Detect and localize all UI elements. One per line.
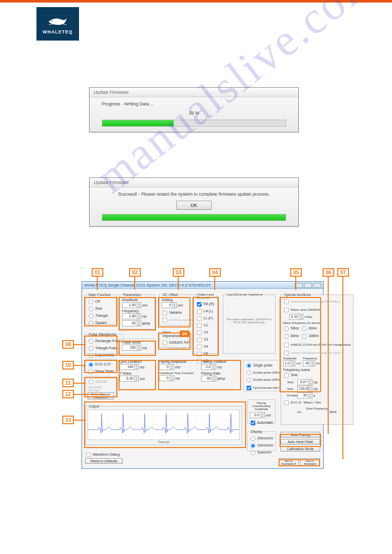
- lead-v5[interactable]: V5: [196, 351, 215, 357]
- lead-v4[interactable]: V4: [196, 344, 215, 350]
- progress-bar: [102, 120, 286, 127]
- callout-06: 06: [323, 268, 334, 277]
- ole-legend: Output Lead Electrode: [196, 293, 215, 299]
- pa-label: Pacing Amplitude: [159, 360, 198, 363]
- mf-50[interactable]: 50Hz: [283, 325, 299, 332]
- disp-5[interactable]: 5mm/mV: [250, 450, 273, 456]
- secg2-btn[interactable]: SECG Assistant II: [279, 458, 299, 466]
- ecg227-group: ECG 2-27 Show Timer: [85, 359, 116, 371]
- opt-off[interactable]: Off: [88, 299, 114, 305]
- callout-05: 05: [290, 268, 302, 277]
- output-chart-group: Output Time (s): [85, 404, 242, 445]
- pa-input[interactable]: 0▲▼mV: [159, 364, 181, 370]
- qrs-label: QRS Duration: [120, 360, 155, 363]
- qrs-input[interactable]: 100▲▼ms: [120, 364, 144, 370]
- opt-exp-pulse[interactable]: Exponential: [88, 352, 121, 359]
- secg-btn[interactable]: SECG Assistant: [300, 458, 320, 466]
- opt-sine[interactable]: Sine: [88, 306, 114, 312]
- fw-progress-title: Update Firmware: [90, 88, 298, 97]
- display-legend: Display: [250, 430, 263, 433]
- disp-10[interactable]: 10mm/mV: [250, 442, 273, 449]
- twave-input[interactable]: 0.20▲▼mV: [120, 376, 145, 382]
- sf-mains-input[interactable]: 0.10▲▼mVpp: [289, 314, 312, 320]
- disp-20[interactable]: 20mm/mV: [250, 435, 273, 442]
- sf-mains[interactable]: Mains noise (50/60Hz): [283, 307, 351, 313]
- scan-start-label: Start: [287, 381, 297, 384]
- po-input[interactable]: 0.0▲▼mV: [250, 412, 271, 418]
- sf-mf-label: Mains Frequency for above: [283, 321, 351, 324]
- svg-point-0: [51, 21, 52, 22]
- auto-hr-btn[interactable]: Auto Heart Rate: [281, 439, 320, 445]
- otc-input[interactable]: 0▲▼ms: [159, 375, 180, 381]
- reset-btn[interactable]: Reset to Defaults: [85, 458, 123, 464]
- fw-success-title: Update Firmware: [90, 178, 298, 188]
- opt-special[interactable]: Special: [88, 379, 114, 385]
- scan-stop-input[interactable]: 150.00▲▼Hz: [297, 386, 318, 392]
- opt-rect-pulse[interactable]: Rectangle Pulse: [88, 338, 121, 345]
- sf-legend: Special functions: [283, 293, 312, 297]
- lead-v2[interactable]: V2: [196, 329, 215, 336]
- opt-tri-pulse[interactable]: Triangle Pulse: [88, 345, 121, 352]
- show-timer-check[interactable]: Show Timer: [88, 368, 114, 375]
- po-auto[interactable]: Automatic: [250, 420, 273, 426]
- opt-square[interactable]: Square: [88, 320, 114, 326]
- close-button[interactable]: [313, 283, 321, 288]
- amplitude-input[interactable]: 1.00▲▼mV: [122, 302, 148, 308]
- pulse-waveforms-group: Pulse Waveforms Rectangle Pulse Triangle…: [85, 333, 124, 354]
- opt-ecg227[interactable]: ECG 2-27: [88, 361, 114, 368]
- output-lead-group: Output Lead Electrode RA (R) LA (L) LL (…: [193, 293, 218, 354]
- success-bar: [102, 214, 286, 221]
- sf-aami[interactable]: AAMI EC 13 Drift test (0.1Hz 4mV triangl…: [283, 342, 351, 348]
- auto-pacing-btn[interactable]: Auto Pacing: [281, 432, 320, 437]
- callout-07: 07: [337, 268, 349, 277]
- lin-amp-input[interactable]: 1.0▲▼mV: [283, 360, 301, 366]
- calib-btn[interactable]: Calibration Mode: [281, 446, 320, 452]
- scan-dur-label: Duration: [287, 394, 297, 397]
- otc-label: Overshoot Time Constant: [159, 372, 198, 375]
- app-titlebar: WHALETEQ Single Channel ECG System SN: S…: [82, 282, 323, 289]
- pr-input[interactable]: 60▲▼BPM: [201, 376, 225, 382]
- lin-freq-input[interactable]: 40▲▼Hz: [303, 360, 320, 366]
- imp-note: (on = shorted): [168, 347, 189, 350]
- lead-ll[interactable]: LL (F): [196, 315, 215, 322]
- scan-dur-input[interactable]: 30▲▼s: [297, 392, 316, 398]
- callout-12: 12: [62, 390, 74, 398]
- pacing-overshoot-group: Pacing Overshooting Amplitude 0.0▲▼mV Au…: [247, 399, 276, 424]
- frequency-input[interactable]: 1.00▲▼Hz: [122, 313, 147, 319]
- output-legend: Output: [88, 404, 100, 408]
- lin-amp-label: Amplitude: [283, 357, 301, 360]
- mf-100[interactable]: 100Hz: [301, 333, 319, 340]
- pd-input[interactable]: 2.0▲▼ms: [201, 364, 222, 370]
- lead-v1[interactable]: V1: [196, 322, 215, 329]
- mf-80[interactable]: 80Hz: [283, 333, 299, 340]
- lead-la[interactable]: LA (L): [196, 308, 215, 315]
- sf-baseline[interactable]: Baseline reset test (1mVpp 50Hz/80Hz): [283, 299, 351, 305]
- special-group: Special CAL05000 (1mVpp) Select Special …: [85, 376, 116, 395]
- opt-triangle[interactable]: Triangle: [88, 313, 114, 319]
- lei-text: Per latest standards, 51k/47nF in RL/N (…: [225, 318, 273, 324]
- sf-lin[interactable]: Linearity and Dynamic Range test (Sine): [283, 350, 351, 356]
- scan-start-input[interactable]: 0.67▲▼Hz: [297, 379, 318, 385]
- parameters-legend: Parameters: [122, 293, 142, 297]
- bpm-input[interactable]: 60▲▼BPM: [122, 320, 150, 326]
- callout-02: 02: [129, 268, 141, 277]
- maximize-button[interactable]: [304, 283, 312, 288]
- sf-ecg3[interactable]: ECG (3 - 30bpm / 30s): [283, 399, 351, 406]
- lead-v3[interactable]: V3: [196, 337, 215, 343]
- cal-label: CAL05000 (1mVpp): [88, 386, 114, 392]
- scan-sine[interactable]: Sine: [283, 372, 351, 379]
- main-app-window: WHALETEQ Single Channel ECG System SN: S…: [82, 281, 324, 469]
- imp-check[interactable]: 620kΩ/4.7nF: [162, 340, 189, 346]
- firmware-progress-dialog: Update Firmware Progress - Writing Data …: [89, 87, 299, 132]
- pulse-width-input[interactable]: 100▲▼ms: [122, 345, 147, 351]
- whale-icon: [47, 13, 69, 27]
- callout-04: 04: [209, 268, 221, 277]
- mf-60[interactable]: 60Hz: [301, 325, 317, 332]
- lead-ra[interactable]: RA (R): [196, 301, 215, 308]
- parameters-group: Parameters Amplitude 1.00▲▼mV Frequency …: [120, 293, 155, 329]
- ok-button[interactable]: OK: [176, 201, 212, 210]
- main-function-group: Main Function Off Sine Triangle Square: [85, 293, 116, 324]
- lead-v6[interactable]: V6: [196, 358, 215, 364]
- waveform-dialog-check[interactable]: Waveform Dialog: [85, 452, 120, 458]
- dc-setting-input[interactable]: 0▲▼mV: [162, 302, 183, 308]
